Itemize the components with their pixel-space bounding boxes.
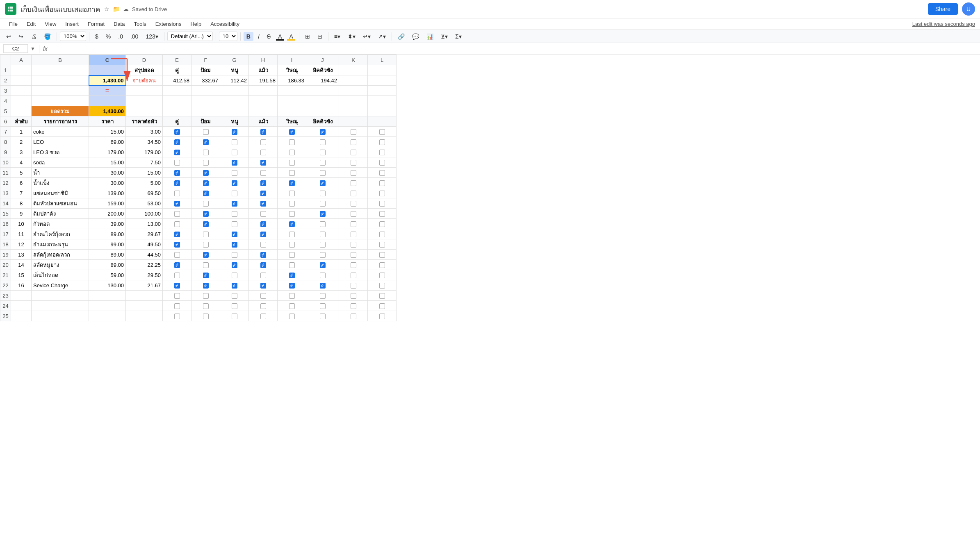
cell-h9[interactable]	[249, 147, 278, 157]
cell-g25[interactable]	[220, 311, 249, 321]
cell-c5[interactable]: 1,430.00	[89, 106, 126, 116]
cell-a9[interactable]: 3	[11, 147, 32, 157]
valign-button[interactable]: ⬍▾	[345, 32, 358, 41]
wrap-button[interactable]: ↵▾	[360, 32, 374, 41]
cell-h19[interactable]: ✓	[249, 250, 278, 260]
cell-h13[interactable]: ✓	[249, 188, 278, 198]
cell-j16[interactable]	[306, 219, 339, 229]
cell-e5[interactable]	[163, 106, 191, 116]
cell-c8[interactable]: 69.00	[89, 137, 126, 147]
cell-b22[interactable]: Sevice Charge	[32, 280, 89, 291]
cell-g23[interactable]	[220, 291, 249, 301]
cell-e18[interactable]: ✓	[163, 239, 191, 250]
cell-k18[interactable]	[339, 239, 368, 250]
cell-g16[interactable]	[220, 219, 249, 229]
cell-l2[interactable]	[368, 75, 397, 86]
cell-c12[interactable]: 30.00	[89, 178, 126, 188]
cell-d7[interactable]: 3.00	[126, 127, 163, 137]
rotate-button[interactable]: ↗▾	[375, 32, 389, 41]
col-header-f[interactable]: F	[191, 55, 220, 65]
cell-f14[interactable]	[191, 198, 220, 209]
cell-g10[interactable]: ✓	[220, 157, 249, 168]
cell-f5[interactable]	[191, 106, 220, 116]
cell-k15[interactable]	[339, 209, 368, 219]
cell-f13[interactable]: ✓	[191, 188, 220, 198]
cell-l7[interactable]	[368, 127, 397, 137]
cell-d3[interactable]	[126, 86, 163, 96]
sheet-container[interactable]: A B C D E F G H I J K L 1	[0, 55, 980, 539]
cell-b1[interactable]	[32, 65, 89, 75]
cell-f7[interactable]	[191, 127, 220, 137]
decimal-increase-button[interactable]: .00	[128, 32, 141, 41]
cell-i16[interactable]: ✓	[278, 219, 306, 229]
cell-e8[interactable]: ✓	[163, 137, 191, 147]
cell-a19[interactable]: 13	[11, 250, 32, 260]
formula-input[interactable]: =SUM(E2:Z2)	[50, 45, 977, 52]
cell-f18[interactable]	[191, 239, 220, 250]
cell-e7[interactable]: ✓	[163, 127, 191, 137]
cell-g2[interactable]: 112.42	[220, 75, 249, 86]
cell-h6[interactable]: แม้ว	[249, 116, 278, 127]
cell-c10[interactable]: 15.00	[89, 157, 126, 168]
cell-b23[interactable]	[32, 291, 89, 301]
cell-l9[interactable]	[368, 147, 397, 157]
cell-g20[interactable]: ✓	[220, 260, 249, 270]
cell-f9[interactable]	[191, 147, 220, 157]
cell-h14[interactable]: ✓	[249, 198, 278, 209]
cell-k12[interactable]	[339, 178, 368, 188]
cell-l1[interactable]	[368, 65, 397, 75]
cell-g7[interactable]: ✓	[220, 127, 249, 137]
percent-button[interactable]: %	[103, 32, 114, 41]
cell-h12[interactable]: ✓	[249, 178, 278, 188]
cell-b3[interactable]	[32, 86, 89, 96]
cell-j20[interactable]: ✓	[306, 260, 339, 270]
cell-l19[interactable]	[368, 250, 397, 260]
cell-b11[interactable]: น้ำ	[32, 168, 89, 178]
cell-a12[interactable]: 6	[11, 178, 32, 188]
cell-c1[interactable]	[89, 65, 126, 75]
cell-c25[interactable]	[89, 311, 126, 321]
cell-reference-box[interactable]	[3, 44, 28, 53]
cell-f20[interactable]	[191, 260, 220, 270]
font-color-button[interactable]: A	[275, 32, 285, 41]
cell-h20[interactable]: ✓	[249, 260, 278, 270]
align-button[interactable]: ≡▾	[331, 32, 343, 41]
cell-f11[interactable]: ✓	[191, 168, 220, 178]
cell-g21[interactable]	[220, 270, 249, 280]
more-formats-button[interactable]: 123▾	[143, 32, 161, 41]
cell-a24[interactable]	[11, 301, 32, 311]
cell-f10[interactable]	[191, 157, 220, 168]
cell-a17[interactable]: 11	[11, 229, 32, 239]
cell-d21[interactable]: 29.50	[126, 270, 163, 280]
cell-i12[interactable]: ✓	[278, 178, 306, 188]
cell-f12[interactable]: ✓	[191, 178, 220, 188]
cell-j9[interactable]	[306, 147, 339, 157]
cell-a23[interactable]	[11, 291, 32, 301]
cell-d15[interactable]: 100.00	[126, 209, 163, 219]
cell-i22[interactable]: ✓	[278, 280, 306, 291]
cell-l14[interactable]	[368, 198, 397, 209]
cell-k1[interactable]	[339, 65, 368, 75]
cell-d24[interactable]	[126, 301, 163, 311]
cell-k17[interactable]	[339, 229, 368, 239]
cell-i7[interactable]: ✓	[278, 127, 306, 137]
function-button[interactable]: Σ▾	[452, 32, 465, 41]
cell-k5[interactable]	[339, 106, 368, 116]
cell-f3[interactable]	[191, 86, 220, 96]
cell-b5[interactable]: ยอดรวม	[32, 106, 89, 116]
cell-d19[interactable]: 44.50	[126, 250, 163, 260]
cell-a4[interactable]	[11, 96, 32, 106]
cell-l20[interactable]	[368, 260, 397, 270]
cell-e3[interactable]	[163, 86, 191, 96]
cell-g9[interactable]	[220, 147, 249, 157]
cell-j15[interactable]: ✓	[306, 209, 339, 219]
cell-f24[interactable]	[191, 301, 220, 311]
cell-i20[interactable]	[278, 260, 306, 270]
cell-l8[interactable]	[368, 137, 397, 147]
cell-k7[interactable]	[339, 127, 368, 137]
cell-j12[interactable]: ✓	[306, 178, 339, 188]
menu-edit[interactable]: Edit	[23, 19, 40, 29]
cell-e25[interactable]	[163, 311, 191, 321]
cell-c9[interactable]: 179.00	[89, 147, 126, 157]
cell-j3[interactable]	[306, 86, 339, 96]
